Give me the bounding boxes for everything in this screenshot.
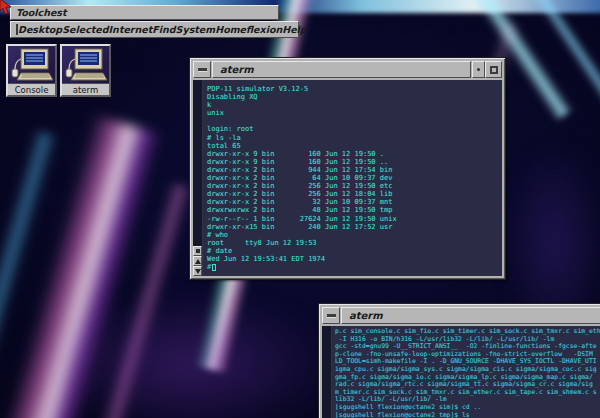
toolchest-window: Toolchest Desktop Selected Internet Find…	[10, 5, 299, 38]
window-menu-icon	[327, 314, 336, 317]
minimize-icon	[477, 68, 480, 71]
aterm-window-bottom: aterm p.c sim_console.c sim_fio.c sim_ti…	[318, 303, 600, 418]
menu-item-selected[interactable]: Selected	[62, 24, 108, 35]
main-titlebar[interactable]: aterm	[193, 61, 502, 78]
arrow-down-icon	[195, 269, 201, 274]
bottom-terminal-content[interactable]: p.c sim_console.c sim_fio.c sim_timer.c …	[332, 326, 600, 418]
main-terminal-content[interactable]: PDP-11 simulator V3.12-5 Disabling XQ k …	[203, 80, 502, 276]
desktop-icon-area: Console aterm	[6, 44, 111, 97]
menu-item-help[interactable]: Help	[282, 24, 306, 35]
bottom-terminal-output: p.c sim_console.c sim_fio.c sim_timer.c …	[335, 328, 600, 418]
menu-item-system[interactable]: System	[176, 24, 216, 35]
light-streak-pink-2	[95, 182, 192, 418]
scroll-up-button[interactable]	[193, 256, 202, 266]
maximize-icon	[490, 66, 498, 74]
bottom-title-text: aterm	[349, 310, 383, 321]
main-terminal-body: PDP-11 simulator V3.12-5 Disabling XQ k …	[193, 80, 502, 276]
bottom-scrollbar[interactable]	[322, 326, 332, 418]
main-terminal-output: PDP-11 simulator V3.12-5 Disabling XQ k …	[207, 85, 502, 263]
main-prompt-line: #	[207, 263, 502, 271]
toolchest-title: Toolchest	[16, 7, 67, 18]
window-menu-button[interactable]	[193, 61, 211, 78]
scrollbar-menu-icon	[196, 249, 200, 253]
shell-prompt: #	[207, 263, 211, 271]
desktop-icon-console[interactable]: Console	[6, 44, 57, 97]
bottom-window-title[interactable]: aterm	[341, 307, 600, 324]
menu-item-desktop[interactable]: Desktop	[18, 24, 62, 35]
toolchest-menubar: Desktop Selected Internet Find System Ho…	[10, 21, 299, 38]
maximize-button[interactable]	[485, 61, 502, 78]
terminal-cursor	[212, 264, 216, 271]
main-title-text: aterm	[220, 64, 254, 75]
desktop-icon-aterm[interactable]: aterm	[60, 44, 111, 97]
bottom-terminal-body: p.c sim_console.c sim_fio.c sim_timer.c …	[322, 326, 600, 418]
window-menu-icon	[198, 68, 207, 71]
menu-item-find[interactable]: Find	[152, 24, 175, 35]
minimize-button[interactable]	[472, 61, 485, 78]
light-streak-left-cyan	[0, 130, 59, 397]
toolchest-drawer-icon[interactable]	[16, 24, 18, 35]
icon-label-aterm: aterm	[62, 83, 109, 95]
light-streak-pink	[0, 115, 162, 418]
menu-item-flexion[interactable]: flexion	[246, 24, 282, 35]
scrollbar-menu-button[interactable]	[193, 246, 202, 256]
main-scrollbar[interactable]	[193, 80, 203, 276]
icon-label-console: Console	[8, 83, 55, 95]
arrow-up-icon	[195, 259, 201, 264]
window-menu-button[interactable]	[322, 307, 340, 324]
main-window-title[interactable]: aterm	[212, 61, 471, 78]
light-streak-right-2	[525, 0, 600, 112]
aterm-window-main: aterm PDP-11 simulator V3.12-5 Disabling…	[189, 57, 506, 280]
bottom-titlebar[interactable]: aterm	[322, 307, 600, 324]
menu-item-internet[interactable]: Internet	[109, 24, 153, 35]
mouse-pointer-icon	[0, 0, 14, 19]
scroll-down-button[interactable]	[193, 266, 202, 276]
menu-item-home[interactable]: Home	[215, 24, 246, 35]
toolchest-titlebar[interactable]: Toolchest	[10, 5, 279, 20]
purple-haze	[40, 290, 340, 418]
